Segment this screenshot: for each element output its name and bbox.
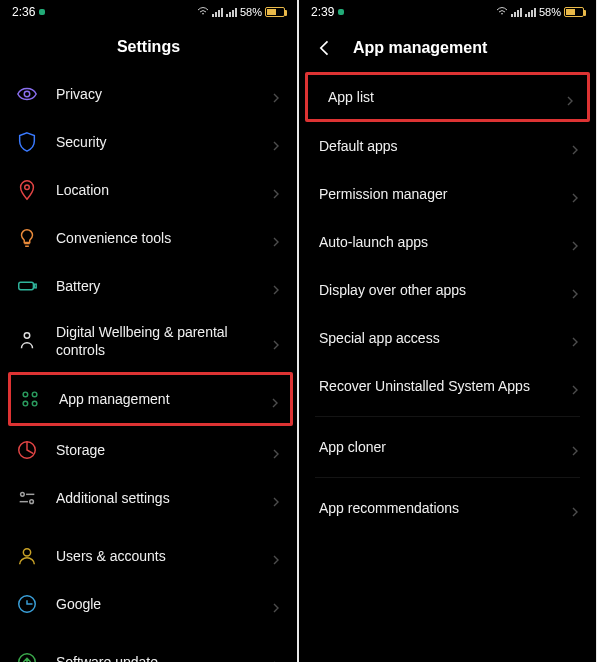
chevron-right-icon — [570, 333, 580, 343]
signal-icon-2 — [226, 7, 237, 17]
item-label: Security — [56, 133, 253, 151]
storage-pie-icon — [16, 439, 38, 461]
chevron-right-icon — [570, 381, 580, 391]
settings-item-additional-settings[interactable]: Additional settings — [0, 474, 297, 522]
page-title: App management — [353, 39, 487, 57]
settings-item-storage[interactable]: Storage — [0, 426, 297, 474]
settings-item-google[interactable]: Google — [0, 580, 297, 628]
chevron-right-icon — [271, 281, 281, 291]
chevron-right-icon — [271, 336, 281, 346]
item-label: Battery — [56, 277, 253, 295]
chevron-right-icon — [271, 551, 281, 561]
privacy-icon — [16, 83, 38, 105]
apps-grid-icon — [19, 388, 41, 410]
settings-item-location[interactable]: Location — [0, 166, 297, 214]
item-label: Auto-launch apps — [319, 233, 552, 251]
settings-item-convenience-tools[interactable]: Convenience tools — [0, 214, 297, 262]
item-special-app-access[interactable]: Special app access — [299, 314, 596, 362]
item-label: Storage — [56, 441, 253, 459]
item-label: Convenience tools — [56, 229, 253, 247]
divider — [315, 416, 580, 417]
chevron-right-icon — [271, 599, 281, 609]
item-label: App management — [59, 390, 252, 408]
settings-item-security[interactable]: Security — [0, 118, 297, 166]
screen-header: Settings — [0, 24, 297, 70]
item-label: Users & accounts — [56, 547, 253, 565]
chevron-right-icon — [570, 503, 580, 513]
svg-point-7 — [23, 402, 28, 407]
chevron-right-icon — [271, 657, 281, 662]
sliders-icon — [16, 487, 38, 509]
location-pin-icon — [16, 179, 38, 201]
item-label: Software update — [56, 653, 253, 662]
chevron-right-icon — [271, 445, 281, 455]
notification-dot-icon — [338, 9, 344, 15]
item-auto-launch-apps[interactable]: Auto-launch apps — [299, 218, 596, 266]
settings-item-digital-wellbeing[interactable]: Digital Wellbeing & parental controls — [0, 310, 297, 372]
chevron-right-icon — [271, 233, 281, 243]
screen-header: App management — [299, 24, 596, 72]
svg-point-0 — [24, 91, 30, 97]
google-icon — [16, 593, 38, 615]
status-bar: 2:36 58% — [0, 0, 297, 24]
item-label: App cloner — [319, 438, 552, 456]
settings-item-software-update[interactable]: Software update — [0, 638, 297, 662]
settings-item-app-management[interactable]: App management — [8, 372, 293, 426]
wifi-icon — [197, 7, 209, 17]
item-label: Recover Uninstalled System Apps — [319, 377, 552, 395]
chevron-right-icon — [565, 92, 575, 102]
item-display-over-other-apps[interactable]: Display over other apps — [299, 266, 596, 314]
signal-icon — [511, 7, 522, 17]
signal-icon — [212, 7, 223, 17]
svg-rect-3 — [34, 284, 36, 288]
chevron-right-icon — [570, 237, 580, 247]
item-label: Digital Wellbeing & parental controls — [56, 323, 253, 359]
battery-icon — [564, 7, 584, 17]
settings-item-battery[interactable]: Battery — [0, 262, 297, 310]
shield-icon — [16, 131, 38, 153]
svg-point-4 — [24, 333, 30, 339]
svg-point-10 — [21, 493, 25, 497]
status-bar: 2:39 58% — [299, 0, 596, 24]
svg-point-12 — [30, 500, 34, 504]
battery-icon — [16, 275, 38, 297]
chevron-right-icon — [270, 394, 280, 404]
item-default-apps[interactable]: Default apps — [299, 122, 596, 170]
item-label: Location — [56, 181, 253, 199]
item-label: Default apps — [319, 137, 552, 155]
battery-percent: 58% — [539, 6, 561, 18]
app-management-list: App list Default apps Permission manager… — [299, 72, 596, 662]
app-management-screen: 2:39 58% App management App list Default… — [299, 0, 596, 662]
status-time: 2:36 — [12, 5, 35, 19]
battery-percent: 58% — [240, 6, 262, 18]
item-label: Privacy — [56, 85, 253, 103]
wellbeing-icon — [16, 330, 38, 352]
chevron-right-icon — [570, 442, 580, 452]
item-label: Additional settings — [56, 489, 253, 507]
chevron-right-icon — [570, 285, 580, 295]
item-label: App recommendations — [319, 499, 552, 517]
wifi-icon — [496, 7, 508, 17]
settings-item-privacy[interactable]: Privacy — [0, 70, 297, 118]
item-permission-manager[interactable]: Permission manager — [299, 170, 596, 218]
notification-dot-icon — [39, 9, 45, 15]
divider — [315, 477, 580, 478]
item-label: Special app access — [319, 329, 552, 347]
user-icon — [16, 545, 38, 567]
settings-list: Privacy Security Location Convenience to… — [0, 70, 297, 662]
svg-point-1 — [25, 185, 30, 190]
update-arrow-icon — [16, 651, 38, 662]
chevron-right-icon — [271, 89, 281, 99]
svg-point-5 — [23, 393, 28, 398]
item-app-cloner[interactable]: App cloner — [299, 423, 596, 471]
chevron-right-icon — [271, 185, 281, 195]
chevron-right-icon — [271, 137, 281, 147]
item-app-list[interactable]: App list — [305, 72, 590, 122]
item-label: Permission manager — [319, 185, 552, 203]
item-recover-uninstalled-system-apps[interactable]: Recover Uninstalled System Apps — [299, 362, 596, 410]
item-app-recommendations[interactable]: App recommendations — [299, 484, 596, 532]
item-label: Display over other apps — [319, 281, 552, 299]
back-button[interactable] — [315, 38, 335, 58]
svg-point-6 — [32, 393, 37, 398]
settings-item-users-accounts[interactable]: Users & accounts — [0, 532, 297, 580]
